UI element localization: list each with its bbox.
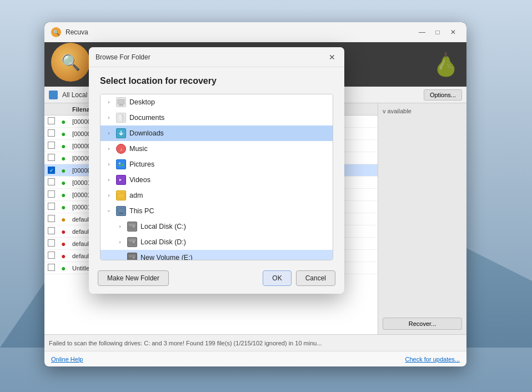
title-bar-left: 🔍 Recuva	[51, 27, 88, 37]
chevron-icon: ›	[105, 98, 113, 106]
status-dot: ●	[61, 190, 66, 199]
tree-item-edrive[interactable]: › New Volume (E:)	[101, 250, 333, 260]
svg-marker-12	[123, 179, 124, 181]
tree-label-adm: adm	[129, 192, 143, 199]
dialog-close-button[interactable]: ✕	[327, 52, 338, 63]
status-dot: ●	[61, 142, 66, 150]
online-help-link[interactable]: Online Help	[51, 356, 83, 363]
row-checkbox[interactable]: ✓	[48, 167, 55, 174]
svg-text:♪: ♪	[120, 147, 122, 152]
svg-rect-14	[118, 208, 124, 213]
chevron-icon: ›	[105, 207, 113, 215]
ddrive-icon	[127, 237, 137, 247]
check-updates-link[interactable]: Check for updates...	[405, 356, 460, 363]
tree-item-adm[interactable]: › adm	[101, 188, 333, 203]
row-checkbox[interactable]	[48, 264, 55, 271]
status-dot: ●	[61, 264, 66, 273]
tree-item-pictures[interactable]: › Pictures	[101, 157, 333, 172]
tree-item-cdrive[interactable]: › Local Disk (C:)	[101, 219, 333, 234]
tree-item-documents[interactable]: › Documents	[101, 110, 333, 125]
thispc-icon	[116, 206, 126, 216]
tree-label-ddrive: Local Disk (D:)	[140, 238, 186, 246]
pear-icon: 🍐	[432, 48, 460, 81]
close-button[interactable]: ✕	[446, 26, 460, 39]
row-checkbox[interactable]	[48, 117, 55, 124]
title-bar-controls: — □ ✕	[415, 26, 460, 39]
row-checkbox[interactable]	[48, 129, 55, 137]
tree-item-music[interactable]: › ♪ Music	[101, 141, 333, 157]
minimize-button[interactable]: —	[415, 26, 429, 39]
svg-rect-15	[119, 213, 123, 214]
row-checkbox[interactable]	[48, 178, 55, 185]
row-checkbox[interactable]	[48, 215, 55, 222]
tree-item-thispc[interactable]: › This PC	[101, 203, 333, 219]
svg-rect-21	[129, 239, 135, 242]
status-bar: Failed to scan the following drives: C: …	[44, 334, 466, 351]
dialog-titlebar: Browse For Folder ✕	[89, 47, 344, 67]
row-checkbox[interactable]	[48, 142, 55, 149]
status-dot: ●	[61, 239, 66, 248]
bottom-bar: Online Help Check for updates...	[44, 351, 466, 366]
videos-folder-icon	[116, 175, 126, 185]
row-checkbox[interactable]	[48, 227, 55, 234]
dialog-action-buttons: OK Cancel	[263, 270, 335, 286]
dialog-heading: Select location for recovery	[100, 76, 333, 86]
svg-point-25	[133, 257, 135, 259]
status-dot: ●	[61, 178, 66, 187]
status-dot: ●	[61, 117, 66, 126]
chevron-icon: ›	[105, 160, 113, 168]
svg-marker-5	[122, 114, 124, 116]
tree-label-thispc: This PC	[129, 207, 154, 215]
row-checkbox[interactable]	[48, 190, 55, 198]
tree-label-music: Music	[129, 145, 148, 153]
svg-rect-1	[119, 104, 123, 105]
tree-label-pictures: Pictures	[129, 160, 154, 168]
maximize-button[interactable]: □	[431, 26, 444, 39]
tree-label-edrive: New Volume (E:)	[140, 254, 193, 260]
music-folder-icon: ♪	[116, 144, 126, 154]
tree-label-desktop: Desktop	[129, 98, 155, 106]
app-title: Recuva	[66, 28, 88, 36]
right-panel: v available Recover...	[378, 103, 466, 334]
status-dot: ●	[61, 154, 66, 163]
row-checkbox[interactable]	[48, 239, 55, 247]
options-button[interactable]: Options...	[424, 89, 462, 100]
chevron-icon: ›	[116, 238, 124, 246]
tree-item-downloads[interactable]: › Downloads	[101, 125, 333, 141]
status-dot: ●	[61, 252, 66, 260]
row-checkbox[interactable]	[48, 203, 55, 210]
browse-folder-dialog: Browse For Folder ✕ Select location for …	[89, 47, 344, 294]
tree-item-desktop[interactable]: › Desktop	[101, 94, 333, 110]
svg-point-10	[119, 163, 121, 164]
tree-label-videos: Videos	[129, 176, 150, 184]
chevron-icon: ›	[105, 129, 113, 137]
folder-tree[interactable]: › Desktop › Documents › Downl	[100, 94, 333, 260]
svg-rect-2	[119, 105, 123, 106]
row-checkbox[interactable]	[48, 252, 55, 259]
status-dot: ●	[61, 129, 66, 138]
status-dot: ●	[61, 215, 66, 224]
available-label: v available	[383, 108, 462, 114]
status-dot: ●	[61, 166, 66, 175]
app-icon-small: 🔍	[51, 27, 61, 37]
edrive-icon	[127, 253, 137, 260]
tree-item-videos[interactable]: › Videos	[101, 172, 333, 188]
dialog-footer: Make New Folder OK Cancel	[89, 265, 344, 294]
cancel-button[interactable]: Cancel	[296, 270, 335, 286]
svg-point-22	[133, 242, 135, 243]
recover-button[interactable]: Recover...	[383, 318, 462, 330]
dialog-body: Select location for recovery › Desktop ›…	[89, 67, 344, 265]
pictures-folder-icon	[116, 159, 126, 169]
tree-item-ddrive[interactable]: › Local Disk (D:)	[101, 234, 333, 250]
dialog-title: Browse For Folder	[96, 53, 150, 61]
svg-point-19	[133, 226, 135, 228]
app-logo: 🔍	[51, 43, 90, 82]
filter-icon	[49, 91, 58, 99]
row-checkbox[interactable]	[48, 154, 55, 161]
chevron-icon: ›	[105, 114, 113, 122]
tree-label-cdrive: Local Disk (C:)	[140, 223, 186, 230]
ok-button[interactable]: OK	[263, 270, 291, 286]
chevron-icon: ›	[105, 176, 113, 184]
chevron-icon: ›	[116, 223, 124, 230]
make-new-folder-button[interactable]: Make New Folder	[98, 270, 169, 286]
